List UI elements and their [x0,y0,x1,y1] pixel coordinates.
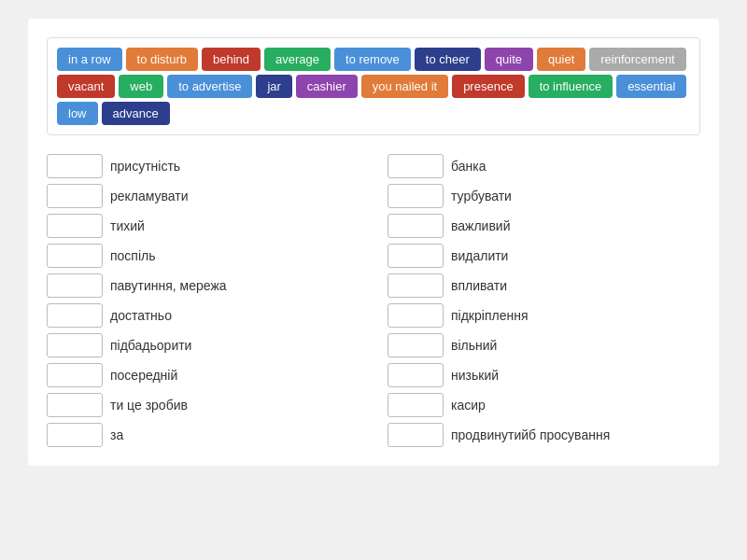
match-area: присутністьбанкарекламуватитурбуватитихи… [47,154,700,447]
match-row-right-9: касир [388,393,700,417]
word-bank: in a rowto disturbbehindaverageto remove… [47,37,700,135]
word-label-right-8: низький [451,368,499,383]
match-row-left-6: достатньо [47,303,359,328]
answer-box-right-7[interactable] [388,333,444,357]
match-row-right-6: підкріплення [388,303,700,328]
word-label-left-4: поспіль [110,248,156,263]
answer-box-left-5[interactable] [47,273,103,298]
answer-box-right-2[interactable] [388,184,444,208]
word-chip-cashier[interactable]: cashier [296,75,358,98]
word-chip-average[interactable]: average [264,48,331,71]
answer-box-left-2[interactable] [47,184,103,208]
word-chip-to_influence[interactable]: to influence [529,75,613,98]
word-label-left-5: павутиння, мережа [110,278,227,293]
word-label-right-6: підкріплення [451,308,528,323]
word-chip-you_nailed_it[interactable]: you nailed it [361,75,448,98]
word-label-left-6: достатньо [110,308,172,323]
word-label-right-10: продвинутийб просування [451,427,610,442]
match-row-left-4: поспіль [47,244,359,268]
match-row-left-9: ти це зробив [47,393,359,417]
answer-box-left-3[interactable] [47,214,103,238]
word-label-right-7: вільний [451,338,497,353]
word-label-right-5: впливати [451,278,507,293]
word-chip-behind[interactable]: behind [202,48,261,71]
match-row-right-4: видалити [388,244,700,268]
answer-box-right-10[interactable] [388,423,444,447]
word-label-right-2: турбувати [451,189,512,203]
word-chip-vacant[interactable]: vacant [57,75,115,98]
word-label-left-8: посередній [110,368,177,383]
match-row-right-10: продвинутийб просування [388,423,700,447]
word-chip-in_a_row[interactable]: in a row [57,48,122,71]
match-row-right-5: впливати [388,273,700,298]
answer-box-left-4[interactable] [47,244,103,268]
answer-box-left-9[interactable] [47,393,103,417]
answer-box-left-6[interactable] [47,303,103,328]
word-label-left-10: за [110,427,123,442]
main-container: in a rowto disturbbehindaverageto remove… [28,19,719,466]
word-chip-presence[interactable]: presence [452,75,524,98]
word-chip-quite[interactable]: quite [485,48,533,71]
answer-box-left-1[interactable] [47,154,103,178]
match-row-left-10: за [47,423,359,447]
answer-box-right-3[interactable] [388,214,444,238]
match-row-left-1: присутність [47,154,359,178]
match-row-right-2: турбувати [388,184,700,208]
match-row-left-5: павутиння, мережа [47,273,359,298]
word-chip-essential[interactable]: essential [616,75,686,98]
word-label-right-3: важливий [451,218,511,233]
answer-box-right-9[interactable] [388,393,444,417]
answer-box-right-6[interactable] [388,303,444,328]
answer-box-right-1[interactable] [388,154,444,178]
match-row-right-8: низький [388,363,700,387]
match-row-left-3: тихий [47,214,359,238]
word-label-left-2: рекламувати [110,189,189,203]
word-label-right-4: видалити [451,248,508,263]
word-chip-jar[interactable]: jar [256,75,291,98]
match-row-right-7: вільний [388,333,700,357]
match-row-left-8: посередній [47,363,359,387]
word-chip-to_remove[interactable]: to remove [334,48,411,71]
answer-box-left-8[interactable] [47,363,103,387]
word-label-left-3: тихий [110,218,145,233]
match-row-left-2: рекламувати [47,184,359,208]
word-chip-quiet[interactable]: quiet [537,48,585,71]
word-chip-to_advertise[interactable]: to advertise [167,75,252,98]
word-chip-advance[interactable]: advance [102,102,170,125]
word-chip-web[interactable]: web [119,75,163,98]
match-row-left-7: підбадьорити [47,333,359,357]
answer-box-right-5[interactable] [388,273,444,298]
word-label-left-1: присутність [110,159,180,174]
match-row-right-1: банка [388,154,700,178]
match-row-right-3: важливий [388,214,700,238]
word-label-right-9: касир [451,398,486,413]
answer-box-left-7[interactable] [47,333,103,357]
answer-box-left-10[interactable] [47,423,103,447]
word-chip-low[interactable]: low [57,102,98,125]
answer-box-right-4[interactable] [388,244,444,268]
word-chip-reinforcement[interactable]: reinforcement [589,48,685,71]
word-chip-to_disturb[interactable]: to disturb [126,48,198,71]
word-label-right-1: банка [451,159,486,174]
word-label-left-9: ти це зробив [110,398,188,413]
word-label-left-7: підбадьорити [110,338,191,353]
word-chip-to_cheer[interactable]: to cheer [415,48,481,71]
answer-box-right-8[interactable] [388,363,444,387]
